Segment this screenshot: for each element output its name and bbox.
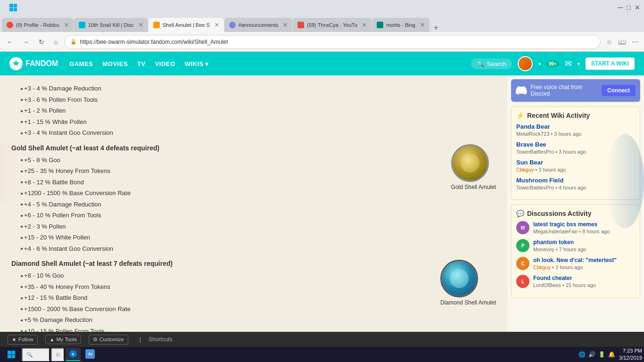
list-item: +15 - 20 % White Pollen (21, 232, 496, 243)
tab-close-icon[interactable]: ✕ (215, 22, 219, 28)
tabs-bar: (9) Profile - Roblox ✕ 10th Snail Kill |… (0, 15, 644, 32)
disc-link[interactable]: latest tragic bss memes (533, 221, 635, 229)
taskbar-app-edge[interactable]: e (66, 348, 81, 361)
tab-close-icon[interactable]: ✕ (420, 22, 425, 28)
diamond-amulet-visual (442, 261, 477, 296)
disc-link[interactable]: Found cheater (533, 275, 635, 282)
maximize-button[interactable]: □ (627, 4, 631, 11)
start-wiki-button[interactable]: START A WIKI (586, 58, 635, 70)
nav-games[interactable]: GAMES (69, 60, 93, 67)
taskbar-app-ai[interactable]: Ai (82, 348, 99, 361)
more-button[interactable]: ⋯ (630, 36, 640, 48)
discussions-title: 💬 Discussions Activity (516, 210, 635, 217)
notification-icon[interactable]: 🔔 (608, 351, 615, 358)
reader-view-button[interactable]: 📖 (616, 36, 628, 48)
disc-link[interactable]: phantom token (533, 239, 635, 247)
fandom-nav: FANDOM GAMES MOVIES TV VIDEO WIKIS ▾ 🔍 S… (0, 52, 644, 75)
tab-favicon (377, 22, 383, 28)
window-controls: ─ □ ✕ (618, 3, 640, 12)
windows-start-logo (8, 351, 15, 358)
new-tab-button[interactable]: + (430, 24, 442, 32)
disc-user-link[interactable]: Cbkguy (533, 264, 551, 270)
tab-close-icon[interactable]: ✕ (362, 22, 367, 28)
search-bar[interactable]: 🔍 Search (471, 58, 512, 69)
activity-icon: ⚡ (516, 112, 524, 119)
gold-amulet-visual (453, 146, 487, 181)
notification-badge[interactable]: 99+ (546, 61, 559, 67)
list-item: +1500 - 2000 % Base Conversion Rate (21, 304, 496, 315)
taskbar-search-icon: 🔍 (26, 352, 33, 358)
list-item: +3 - 4 % Damage Reduction (21, 83, 496, 94)
start-button[interactable] (2, 348, 21, 361)
nav-links: GAMES MOVIES TV VIDEO WIKIS ▾ (69, 60, 208, 67)
fandom-logo: FANDOM (9, 57, 58, 70)
taskbar-right: 🌐 🔊 🔋 🔔 7:23 PM 3/12/2019 (578, 347, 642, 362)
diamond-bullet-list: +8 - 10 % Goo +35 - 40 % Honey From Toke… (21, 270, 496, 337)
clock-time: 7:23 PM (619, 347, 642, 354)
disc-content: Found cheater LordOfBees • 15 hours ago (533, 275, 635, 288)
tab-shell-amulet[interactable]: Shell Amulet | Bee S ✕ (149, 18, 224, 32)
nav-wikis[interactable]: WIKIS ▾ (185, 60, 209, 67)
url-bar[interactable]: 🔒 https://bee-swarm-simulator.fandom.com… (64, 35, 601, 49)
search-label: Search (487, 60, 506, 67)
refresh-button[interactable]: ↻ (36, 36, 47, 48)
network-icon: 🌐 (578, 351, 586, 358)
recent-wiki-activity: ⚡ Recent Wiki Activity Panda Bear MetalR… (511, 107, 640, 200)
list-item: +1200 - 1500 % Base Conversion Rate (21, 188, 496, 199)
bookmark-button[interactable]: ☆ (604, 36, 614, 48)
tab-close-icon[interactable]: ✕ (64, 22, 69, 28)
diamond-section-heading: Diamond Shell Amulet (~at least 7 defeat… (11, 260, 496, 267)
task-view-button[interactable]: ⊞ (51, 348, 65, 361)
wiki-activity-link[interactable]: Brave Bee (516, 141, 635, 148)
wiki-activity-item: Brave Bee TowerBattlesPro • 3 hours ago (516, 141, 635, 155)
home-button[interactable]: ⌂ (51, 36, 60, 48)
minimize-button[interactable]: ─ (618, 3, 623, 12)
disc-meta: LordOfBees • 15 hours ago (533, 282, 635, 288)
tab-announcements[interactable]: #announcements ✕ (224, 18, 292, 32)
user-avatar[interactable] (518, 56, 533, 71)
tab-snail-kill[interactable]: 10th Snail Kill | Disc ✕ (74, 18, 148, 32)
gold-amulet-image (451, 144, 489, 182)
diamond-amulet-label: Diamond Shell Amulet (440, 299, 496, 306)
task-view-icon: ⊞ (56, 352, 60, 358)
lock-icon: 🔒 (70, 39, 77, 45)
discussion-item: M latest tragic bss memes MegaUndertaleF… (516, 221, 635, 234)
tab-close-icon[interactable]: ✕ (283, 22, 288, 28)
activity-meta: TowerBattlesPro • 3 hours ago (516, 149, 586, 155)
nav-tv[interactable]: TV (137, 60, 146, 67)
tab-mortis-bing[interactable]: mortis - Bing ✕ (372, 18, 429, 32)
list-item: +3 - 6 % Pollen From Tools (21, 94, 496, 106)
taskbar: 🔍 ⊞ e Ai 🌐 🔊 🔋 🔔 7:23 PM 3/12/2019 (0, 347, 644, 362)
wiki-activity-link[interactable]: Panda Bear (516, 123, 635, 130)
close-button[interactable]: ✕ (635, 4, 640, 11)
recent-wiki-title: ⚡ Recent Wiki Activity (516, 112, 635, 119)
wiki-activity-link[interactable]: Mushroom Field (516, 177, 635, 184)
back-button[interactable]: ← (4, 36, 16, 48)
gold-amulet-section: Gold Shell Amulet Gold Shell Amulet (~at… (11, 144, 496, 255)
list-item: +8 - 10 % Goo (21, 270, 496, 281)
nav-video[interactable]: VIDEO (155, 60, 175, 67)
list-item: +2 - 3 % Pollen (21, 221, 496, 232)
tab-profile-roblox[interactable]: (9) Profile - Roblox ✕ (2, 18, 74, 32)
discussions-title-text: Discussions Activity (527, 210, 591, 217)
taskbar-system-icons: 🌐 🔊 🔋 🔔 (578, 351, 615, 358)
search-taskbar-button[interactable]: 🔍 (22, 348, 50, 361)
diamond-amulet-core (450, 269, 469, 288)
discussion-avatar: M (516, 221, 529, 234)
discussions-icon: 💬 (516, 210, 524, 217)
nav-movies[interactable]: MOVIES (103, 60, 128, 67)
url-text: https://bee-swarm-simulator.fandom.com/w… (80, 39, 594, 45)
disc-meta: Monevoy • 7 hours ago (533, 247, 635, 252)
diamond-amulet-section: Diamond Shell Amulet Diamond Shell Amule… (11, 260, 496, 340)
battery-icon: 🔋 (598, 351, 605, 358)
wiki-activity-item: Panda Bear MetalRock723 • 3 hours ago (516, 123, 635, 137)
title-bar-left (4, 1, 23, 14)
activity-user-link[interactable]: Cbkguy (516, 167, 534, 173)
disc-link[interactable]: oh look. New d'cal: "metertest" (533, 257, 635, 264)
mail-icon[interactable]: ✉ (565, 58, 572, 69)
forward-button[interactable]: → (20, 36, 32, 48)
tab-close-icon[interactable]: ✕ (139, 22, 143, 28)
tab-youtube[interactable]: (59) ThnxCya - YouTu ✕ (293, 18, 372, 32)
wiki-activity-link[interactable]: Sun Bear (516, 159, 635, 166)
discord-connect-button[interactable]: Connect (602, 85, 636, 96)
